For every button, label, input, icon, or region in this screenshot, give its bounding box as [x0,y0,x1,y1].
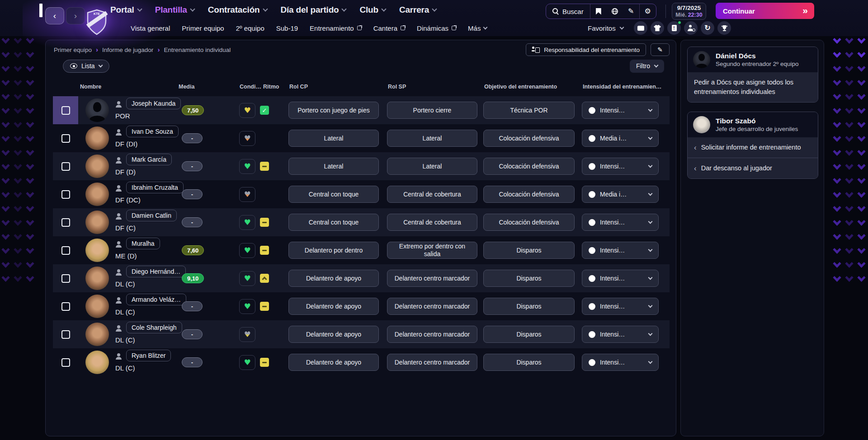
row-checkbox[interactable] [61,106,70,115]
column-header[interactable]: Rol SP [388,84,406,90]
role-cp-button[interactable]: Delantero de apoyo [288,326,379,343]
training-objective-button[interactable]: Disparos [483,298,575,315]
breadcrumb-item[interactable]: Informe de jugador [102,47,153,53]
training-objective-button[interactable]: Disparos [483,354,575,371]
player-name[interactable]: Diego Hernánd… [126,266,186,277]
menu-item[interactable]: Contratación [208,5,267,15]
role-sp-button[interactable]: Delantero centro marcador [387,298,477,315]
row-checkbox[interactable] [61,274,70,283]
player-name[interactable]: Muralha [126,238,160,249]
subnav-item[interactable]: Dinámicas [417,24,456,32]
row-checkbox[interactable] [61,134,70,143]
player-name[interactable]: Ibrahim Cruzalta [126,182,184,193]
role-cp-button[interactable]: Delantero de apoyo [288,354,379,371]
competitions-button[interactable] [717,21,731,35]
subnav-item[interactable]: Cantera [373,24,405,32]
alerts-button[interactable]: ! [667,21,681,35]
subnav-item[interactable]: Vista general [131,24,170,32]
intensity-dropdown[interactable]: Intensi… [582,102,659,119]
filter-dropdown[interactable]: Filtro [630,60,664,73]
role-sp-button[interactable]: Delantero centro marcador [387,270,477,287]
subnav-item[interactable]: Entrenamiento [310,24,362,32]
role-sp-button[interactable]: Delantero centro marcador [387,354,477,371]
player-name[interactable]: Cole Sharpleigh [126,322,182,333]
row-checkbox[interactable] [61,358,70,367]
role-sp-button[interactable]: Delantero centro marcador [387,326,477,343]
row-checkbox[interactable] [61,218,70,227]
training-objective-button[interactable]: Colocación defensiva [483,158,575,175]
column-header[interactable]: Intensidad del entrenamien… [583,84,661,90]
role-cp-button[interactable]: Lateral [288,158,379,175]
breadcrumb-item[interactable]: Primer equipo [54,47,92,53]
training-objective-button[interactable]: Técnica POR [483,102,575,119]
staff-action-button[interactable]: ‹ Dar descanso al jugador [688,158,818,178]
subnav-item[interactable]: 2º equipo [236,24,264,32]
world-button[interactable] [607,4,623,19]
menu-item[interactable]: Plantilla [155,5,194,15]
training-objective-button[interactable]: Colocación defensiva [483,186,575,203]
column-header[interactable]: Objetivo del entrenamiento [484,84,557,90]
role-sp-button[interactable]: Portero cierre [387,102,477,119]
continue-button[interactable]: Continuar » [716,3,814,19]
intensity-dropdown[interactable]: Intensi… [582,242,659,259]
role-sp-button[interactable]: Central de cobertura [387,186,477,203]
row-checkbox[interactable] [61,330,70,339]
player-name[interactable]: Armando Veláz… [126,294,186,305]
role-cp-button[interactable]: Central con toque [288,186,379,203]
player-name[interactable]: Ivan De Souza [126,126,179,137]
role-cp-button[interactable]: Portero con juego de pies [288,102,379,119]
training-objective-button[interactable]: Disparos [483,326,575,343]
intensity-dropdown[interactable]: Intensi… [582,158,659,175]
menu-item[interactable]: Día del partido [281,5,346,15]
sync-button[interactable]: ↻ [701,21,714,35]
intensity-dropdown[interactable]: Media i… [582,186,659,203]
training-objective-button[interactable]: Colocación defensiva [483,130,575,147]
player-name[interactable]: Joseph Kaunda [126,98,181,109]
menu-item[interactable]: Portal [110,5,142,15]
nav-back-button[interactable]: ‹ [45,7,64,24]
role-sp-button[interactable]: Central de cobertura [387,214,477,231]
role-sp-button[interactable]: Lateral [387,130,477,147]
subnav-item[interactable]: Primer equipo [182,24,224,32]
intensity-dropdown[interactable]: Intensi… [582,214,659,231]
column-header[interactable]: Ritmo [263,84,279,90]
subnav-item[interactable]: Más [468,24,487,32]
search-button[interactable]: Buscar [546,4,590,19]
staff-action-button[interactable]: ‹ Pedir a Dócs que asigne todos los entr… [688,72,818,102]
training-objective-button[interactable]: Disparos [483,270,575,287]
role-cp-button[interactable]: Delantero por dentro [288,242,379,259]
intensity-dropdown[interactable]: Intensi… [582,298,659,315]
intensity-dropdown[interactable]: Media i… [582,130,659,147]
role-cp-button[interactable]: Delantero de apoyo [288,298,379,315]
column-header[interactable]: Nombre [80,84,101,90]
role-sp-button[interactable]: Lateral [387,158,477,175]
row-checkbox[interactable] [61,190,70,199]
edit-button[interactable]: ✎ [623,4,639,19]
role-sp-button[interactable]: Extremo por dentro con salida [387,242,477,259]
intensity-dropdown[interactable]: Intensi… [582,354,659,371]
column-header[interactable]: Rol CP [289,84,308,90]
row-checkbox[interactable] [61,302,70,311]
favorites-dropdown[interactable]: Favoritos [588,20,623,36]
nav-forward-button[interactable]: › [66,7,85,24]
menu-item[interactable]: Club [359,5,385,15]
settings-button[interactable]: ⚙ [640,4,656,19]
role-cp-button[interactable]: Delantero de apoyo [288,270,379,287]
column-header[interactable]: Condi… [240,84,261,90]
view-mode-dropdown[interactable]: Lista [63,60,109,73]
training-responsibility-button[interactable]: Responsabilidad del entrenamiento [526,43,646,56]
player-name[interactable]: Damien Catlin [126,210,177,221]
game-date-display[interactable]: 9/7/2025 Mié.22:30 [672,3,706,20]
player-name[interactable]: Mark García [126,154,172,165]
player-name[interactable]: Ryan Blitzer [126,350,171,361]
scouting-button[interactable] [684,21,698,35]
row-checkbox[interactable] [61,162,70,171]
squad-button[interactable] [651,21,664,35]
staff-action-button[interactable]: ‹ Solicitar informe de entrenamiento [688,137,818,158]
training-objective-button[interactable]: Disparos [483,242,575,259]
inbox-button[interactable] [634,21,647,35]
role-cp-button[interactable]: Central con toque [288,214,379,231]
menu-item[interactable]: Carrera [399,5,436,15]
training-objective-button[interactable]: Colocación defensiva [483,214,575,231]
intensity-dropdown[interactable]: Intensi… [582,270,659,287]
